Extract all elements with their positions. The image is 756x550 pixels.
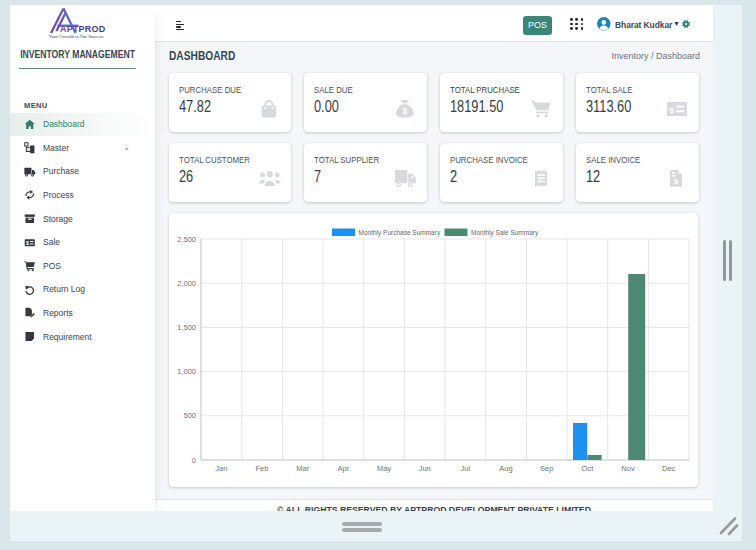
svg-text:Jul: Jul xyxy=(460,464,470,473)
svg-text:$: $ xyxy=(403,106,408,116)
svg-text:Monthly Purchase Summary: Monthly Purchase Summary xyxy=(358,229,440,237)
svg-text:Mar: Mar xyxy=(296,464,309,473)
svg-text:1,500: 1,500 xyxy=(177,322,196,331)
svg-text:$: $ xyxy=(669,105,674,114)
svg-text:500: 500 xyxy=(183,411,196,420)
svg-text:May: May xyxy=(376,464,390,473)
svg-text:1,000: 1,000 xyxy=(177,367,196,376)
svg-text:Aug: Aug xyxy=(499,464,512,473)
svg-text:2,500: 2,500 xyxy=(177,234,196,243)
svg-text:Jan: Jan xyxy=(215,464,227,473)
svg-text:Dec: Dec xyxy=(662,464,676,473)
svg-text:2,000: 2,000 xyxy=(177,278,196,287)
svg-text:Sep: Sep xyxy=(540,464,553,473)
svg-text:0: 0 xyxy=(191,455,195,464)
svg-text:Apr: Apr xyxy=(337,464,349,473)
svg-text:Nov: Nov xyxy=(621,464,635,473)
svg-text:Oct: Oct xyxy=(581,464,594,473)
svg-text:$: $ xyxy=(26,239,29,245)
svg-text:Jun: Jun xyxy=(418,464,430,473)
svg-text:Feb: Feb xyxy=(255,464,268,473)
svg-text:Monthly Sale Summary: Monthly Sale Summary xyxy=(471,229,539,237)
